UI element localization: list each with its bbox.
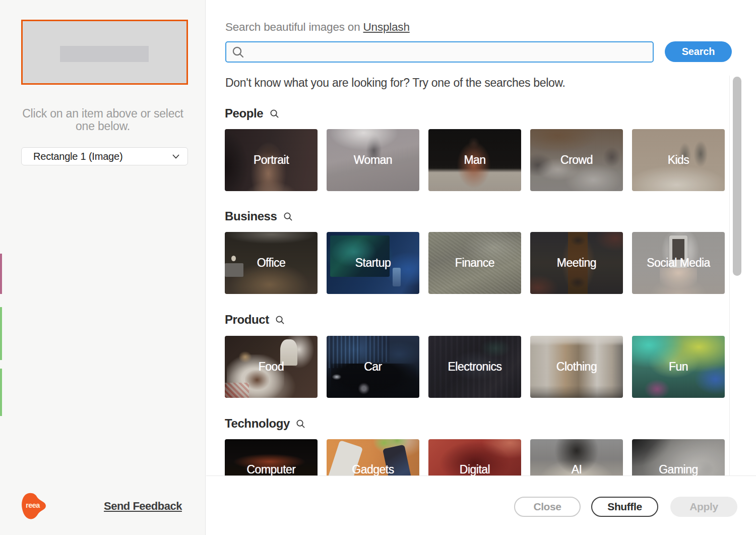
svg-text:reea: reea	[26, 501, 40, 509]
